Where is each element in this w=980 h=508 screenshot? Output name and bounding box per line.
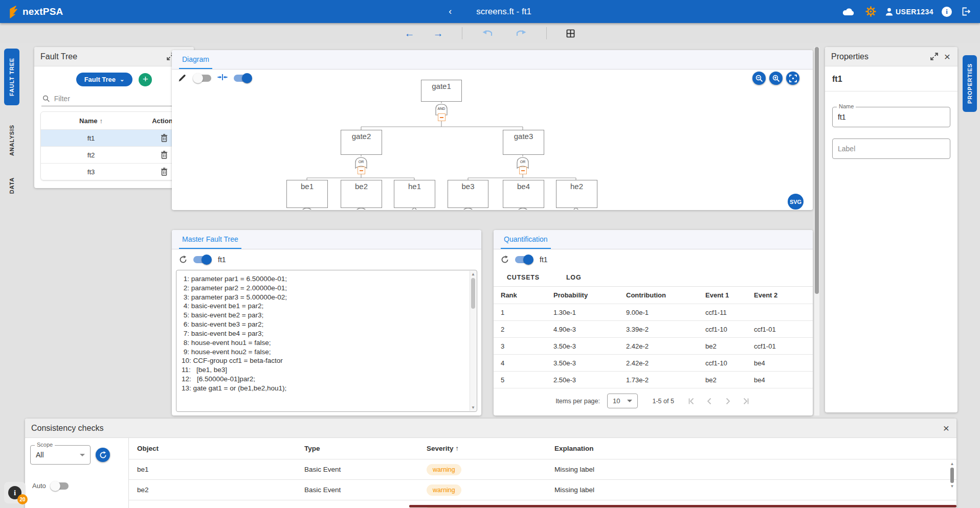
user-icon [885,8,893,16]
sort-arrow-icon: ↑ [99,117,103,125]
logout-icon[interactable] [960,6,972,17]
column-header-severity[interactable]: Severity ↑ [427,445,554,452]
rail-tab-data[interactable]: DATA [4,175,19,196]
collapse-gate2-button[interactable] [358,167,365,174]
rail-tab-analysis[interactable]: ANALYSIS [4,123,19,158]
tab-diagram[interactable]: Diagram [179,51,212,69]
column-header-rank[interactable]: Rank [501,291,553,299]
expand-panel-icon[interactable] [929,52,939,61]
scope-value: All [36,451,44,459]
name-input[interactable] [838,113,945,121]
cutset-row[interactable]: 33.50e-32.42e-2be2ccf1-01 [494,338,813,355]
left-navigation-rail: FAULT TREE ANALYSIS DATA [0,43,23,508]
fault-tree-row-ft2[interactable]: ft2 [41,146,187,163]
close-panel-icon[interactable]: × [943,50,951,63]
column-header-explanation[interactable]: Explanation [554,445,956,452]
cutset-row[interactable]: 43.50e-32.42e-2ccf1-10be4 [494,355,813,372]
column-header-event1[interactable]: Event 1 [705,291,754,299]
node-gate3[interactable]: gate3 [503,130,544,155]
zoom-out-button[interactable] [752,72,766,85]
master-code-editor[interactable]: 1: parameter par1 = 6.50000e-01; 2: para… [176,270,477,412]
collapse-title-chevron[interactable]: ‹ [449,6,452,17]
auto-toggle[interactable] [51,482,69,490]
fault-tree-name[interactable]: ft1 [41,134,141,142]
tree-type-dropdown[interactable]: Fault Tree ⌄ [76,73,133,86]
name-field-label: Name [837,103,856,109]
consistency-row[interactable]: be1 Basic Event warning Missing label [129,459,956,480]
fault-tree-row-ft3[interactable]: ft3 [41,163,187,180]
delete-icon[interactable] [160,150,169,160]
diagram-connectors [172,70,812,210]
about-info-icon[interactable]: i [942,7,952,17]
app-logo[interactable]: nextPSA [8,5,63,18]
settings-gear-icon[interactable] [864,5,877,18]
navigate-back-icon[interactable]: ← [405,28,415,38]
diagram-canvas[interactable]: gate1 AND gate2 OR gate3 OR be1 be2 he1 … [172,70,813,210]
page-size-select[interactable]: 10 [607,394,638,408]
fault-tree-row-ft1[interactable]: ft1 [41,129,187,146]
column-header-probability[interactable]: Probability [553,291,626,299]
node-gate2[interactable]: gate2 [341,130,382,155]
scope-select[interactable]: Scope All [30,445,91,465]
tab-log[interactable]: LOG [555,269,592,286]
master-sync-toggle[interactable] [193,256,211,263]
first-page-icon[interactable] [686,397,696,406]
consistency-row[interactable]: be2 Basic Event warning Missing label [129,480,956,500]
previous-page-icon[interactable] [705,397,714,406]
cutset-row[interactable]: 52.50e-31.73e-2be2be4 [494,372,813,388]
cutset-row[interactable]: 24.90e-33.39e-2ccf1-10ccf1-01 [494,321,813,338]
quant-sync-toggle[interactable] [515,256,532,263]
node-be4[interactable]: be4 [503,180,544,208]
node-be1[interactable]: be1 [286,180,328,208]
workspace-scrollbar[interactable] [814,47,819,415]
refresh-icon[interactable] [500,255,510,265]
column-header-object[interactable]: Object [137,445,304,452]
consistency-scrollbar[interactable]: ▲ ▼ [949,461,955,505]
delete-icon[interactable] [160,133,169,143]
fit-view-button[interactable] [786,72,799,85]
fault-tree-name[interactable]: ft2 [41,151,141,159]
rail-tab-properties[interactable]: PROPERTIES [963,55,977,112]
horizontal-scrollbar-thumb[interactable] [409,505,956,507]
node-be2[interactable]: be2 [341,180,382,208]
navigate-forward-icon[interactable]: → [433,28,443,38]
cloud-sync-icon[interactable] [841,6,856,17]
svg-export-badge[interactable]: SVG [788,194,804,210]
notifications-info-button[interactable]: i 20 [4,482,26,503]
rail-tab-fault-tree[interactable]: FAULT TREE [4,49,19,105]
collapse-gate3-button[interactable] [519,167,527,174]
filter-input[interactable] [54,95,186,103]
column-header-event2[interactable]: Event 2 [754,291,813,299]
close-panel-icon[interactable]: × [942,422,950,434]
tab-cutsets[interactable]: CUTSETS [496,269,551,286]
cutset-row[interactable]: 11.30e-19.00e-1ccf1-11 [494,304,813,321]
node-gate1[interactable]: gate1 [421,80,462,102]
node-he2[interactable]: he2 [556,180,597,208]
app-logo-text: nextPSA [23,6,63,17]
column-header-name[interactable]: Name↑ [41,117,141,125]
node-be3[interactable]: be3 [448,180,488,208]
column-header-contribution[interactable]: Contribution [626,291,705,299]
refresh-icon[interactable] [178,255,188,265]
edit-mode-toggle[interactable] [194,75,211,82]
node-he1[interactable]: he1 [394,180,435,208]
delete-icon[interactable] [160,167,169,177]
code-line: 1: parameter par1 = 6.50000e-01; [182,274,470,284]
label-input[interactable] [838,145,945,153]
redo-icon[interactable] [514,28,528,38]
next-page-icon[interactable] [723,397,732,406]
user-menu[interactable]: USER1234 [885,8,933,16]
tab-quantification[interactable]: Quantification [501,231,551,249]
undo-icon[interactable] [481,28,495,38]
add-fault-tree-button[interactable]: + [139,73,152,86]
code-scrollbar[interactable]: ▲ ▼ [470,271,476,411]
collapse-gate1-button[interactable] [438,113,446,121]
run-checks-refresh-button[interactable] [96,448,110,462]
grid-layout-icon[interactable] [565,28,576,39]
compact-layout-toggle[interactable] [234,75,251,82]
last-page-icon[interactable] [742,397,751,406]
zoom-in-button[interactable] [769,72,783,85]
fault-tree-name[interactable]: ft3 [41,168,141,176]
column-header-type[interactable]: Type [304,445,427,452]
tab-master-fault-tree[interactable]: Master Fault Tree [179,231,241,249]
